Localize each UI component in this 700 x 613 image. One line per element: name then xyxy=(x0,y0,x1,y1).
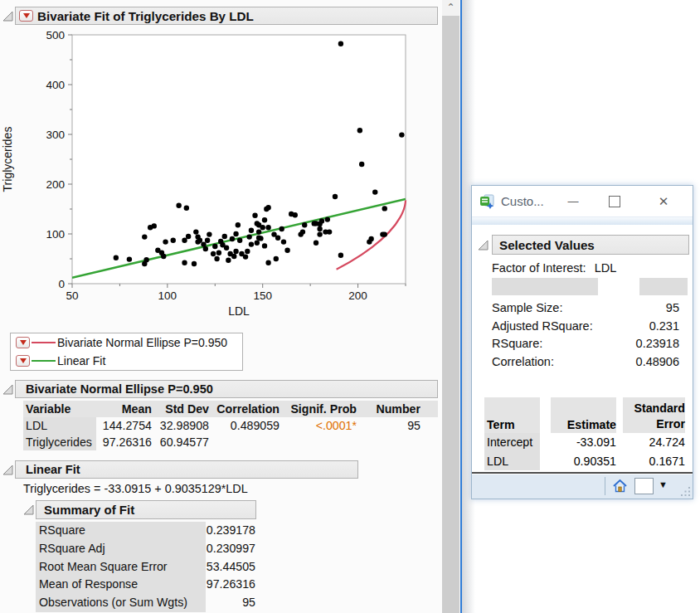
red-triangle-icon xyxy=(20,340,27,345)
factor-of-interest-row: Factor of Interest: LDL xyxy=(492,261,616,275)
window-title: Custo... xyxy=(501,194,544,208)
empty-header-cell xyxy=(639,278,688,295)
legend-row-ellipse: Bivariate Normal Ellipse P=0.950 xyxy=(11,333,242,352)
table-row: LDL 0.90351 0.1671 xyxy=(484,452,685,471)
svg-text:50: 50 xyxy=(66,289,78,302)
stat-row: RSquare:0.23918 xyxy=(492,334,679,353)
col-header-signif-prob: Signif. Prob xyxy=(280,401,357,417)
legend-row-linear: Linear Fit xyxy=(11,352,242,370)
col-header-number: Number xyxy=(357,401,420,417)
scroll-up-icon[interactable]: ⌃ xyxy=(442,0,459,15)
factor-label: Factor of Interest: xyxy=(492,261,586,275)
close-button[interactable]: ✕ xyxy=(649,186,678,216)
red-triangle-menu-button[interactable] xyxy=(16,337,30,348)
legend-label: Bivariate Normal Ellipse P=0.950 xyxy=(57,336,227,349)
selected-values-title: Selected Values xyxy=(499,238,595,252)
svg-text:500: 500 xyxy=(46,29,65,41)
factor-value: LDL xyxy=(595,261,617,275)
scrollbar-thumb[interactable] xyxy=(442,16,459,613)
svg-text:200: 200 xyxy=(348,289,367,302)
summary-of-fit-title: Summary of Fit xyxy=(44,503,134,517)
maximize-icon xyxy=(609,196,620,207)
signif-prob-value: <.0001* xyxy=(280,417,357,434)
table-row: Triglycerides 97.26316 60.94577 xyxy=(23,434,438,450)
linear-fit-title: Linear Fit xyxy=(26,463,80,476)
swatch-dropdown-caret[interactable]: ▼ xyxy=(659,479,668,489)
red-triangle-icon xyxy=(23,13,30,18)
svg-text:400: 400 xyxy=(46,79,65,91)
maximize-button[interactable] xyxy=(600,186,629,216)
bivariate-scatter-plot[interactable]: 010020030040050050100150200LDLTriglyceri… xyxy=(0,27,442,335)
term-table-header: Term Estimate Standard Error xyxy=(484,397,685,433)
stat-row: Sample Size:95 xyxy=(492,299,679,317)
col-header-correlation: Correlation xyxy=(209,401,280,417)
col-header-term: Term xyxy=(484,397,540,433)
red-triangle-menu-button[interactable] xyxy=(16,355,30,367)
table-row: RSquare 0.239178 xyxy=(36,522,255,540)
svg-text:LDL: LDL xyxy=(228,304,250,318)
empty-header-cell xyxy=(492,278,598,295)
resize-grip[interactable] xyxy=(681,487,691,497)
summary-of-fit-bar[interactable]: Summary of Fit xyxy=(36,500,256,519)
col-header-variable: Variable xyxy=(23,401,96,417)
customization-window: Custo... — ✕ Selected Values Factor of I… xyxy=(471,185,693,499)
fit-legend: Bivariate Normal Ellipse P=0.950 Linear … xyxy=(10,333,243,371)
svg-text:100: 100 xyxy=(158,289,177,302)
col-header-estimate: Estimate xyxy=(551,397,616,433)
red-triangle-icon xyxy=(20,358,27,363)
svg-text:0: 0 xyxy=(58,278,65,290)
col-header-standard-error: Standard Error xyxy=(623,397,685,433)
ellipse-section-title: Bivariate Normal Ellipse P=0.950 xyxy=(26,382,213,396)
table-row: LDL 144.2754 32.98908 0.489059 <.0001* 9… xyxy=(23,417,438,434)
svg-text:150: 150 xyxy=(253,289,272,302)
window-status-bar: ▼ xyxy=(472,472,693,499)
ellipse-stats-table: Variable Mean Std Dev Correlation Signif… xyxy=(23,401,438,450)
vertical-scrollbar[interactable]: ⌃ xyxy=(442,0,459,613)
close-icon: ✕ xyxy=(659,194,669,209)
minimize-icon: — xyxy=(568,195,579,207)
table-row: Intercept -33.091 24.724 xyxy=(484,433,685,452)
ellipse-line-sample xyxy=(32,342,56,343)
minimize-button[interactable]: — xyxy=(559,186,587,216)
disclosure-triangle-icon[interactable] xyxy=(2,384,13,395)
table-row: Root Mean Square Error 53.44505 xyxy=(36,558,255,577)
table-row: Mean of Response 97.26316 xyxy=(36,576,255,594)
summary-of-fit-table: RSquare 0.239178 RSquare Adj 0.230997 Ro… xyxy=(36,522,255,612)
main-outline-bar: Bivariate Fit of Triglycerides By LDL xyxy=(15,7,438,25)
svg-text:100: 100 xyxy=(46,228,65,241)
selected-values-stats: Sample Size:95 Adjusted RSquare:0.231 RS… xyxy=(492,299,679,371)
disclosure-triangle-icon[interactable] xyxy=(478,240,489,251)
jmp-app-icon xyxy=(479,194,494,209)
titlebar-accent-strip xyxy=(472,216,693,225)
col-header-mean: Mean xyxy=(96,401,152,417)
selected-values-bar[interactable]: Selected Values xyxy=(492,235,689,255)
legend-label: Linear Fit xyxy=(57,354,105,367)
stat-row: Adjusted RSquare:0.231 xyxy=(492,317,679,335)
col-header-stddev: Std Dev xyxy=(152,401,209,417)
home-icon[interactable] xyxy=(612,479,628,494)
linear-fit-line-sample xyxy=(32,360,56,362)
term-table: Term Estimate Standard Error Intercept -… xyxy=(484,397,685,470)
stat-row: Correlation:0.48906 xyxy=(492,353,679,371)
svg-text:200: 200 xyxy=(46,178,65,191)
linear-fit-section-bar[interactable]: Linear Fit xyxy=(15,460,358,479)
red-triangle-menu-button[interactable] xyxy=(19,10,33,22)
table-row: Observations (or Sum Wgts) 95 xyxy=(36,594,255,612)
disclosure-triangle-icon[interactable] xyxy=(2,465,13,475)
disclosure-triangle-icon[interactable] xyxy=(2,11,13,22)
ellipse-section-bar[interactable]: Bivariate Normal Ellipse P=0.950 xyxy=(15,380,438,398)
table-header-row: Variable Mean Std Dev Correlation Signif… xyxy=(23,401,438,417)
svg-text:300: 300 xyxy=(46,129,65,141)
report-pane: Bivariate Fit of Triglycerides By LDL 01… xyxy=(0,0,461,613)
table-row: RSquare Adj 0.230997 xyxy=(36,540,255,558)
fit-equation: Triglycerides = -33.0915 + 0.9035129*LDL xyxy=(23,482,248,495)
report-title: Bivariate Fit of Triglycerides By LDL xyxy=(37,9,254,23)
swatch-button[interactable] xyxy=(634,478,654,494)
svg-text:Triglycerides: Triglycerides xyxy=(1,127,14,192)
disclosure-triangle-icon[interactable] xyxy=(23,504,34,515)
status-divider xyxy=(605,477,605,495)
